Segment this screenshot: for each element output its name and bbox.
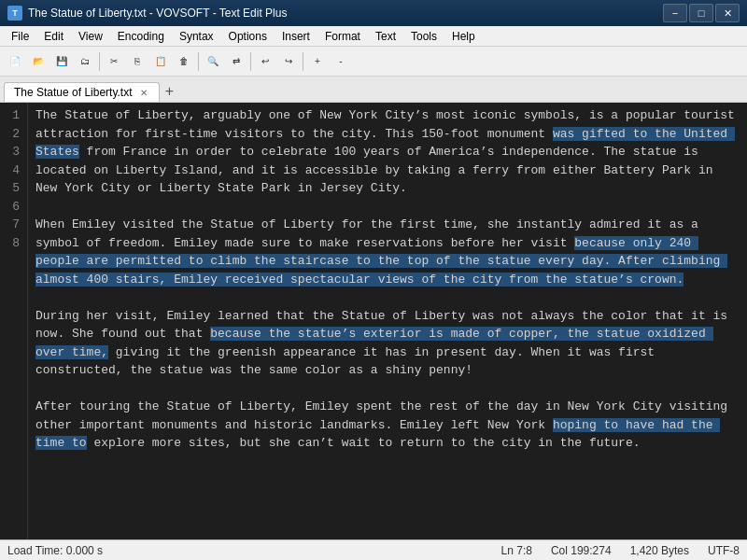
copy-icon[interactable]: ⎘ — [126, 50, 148, 73]
toolbar-separator — [250, 52, 251, 71]
line-number: 5 — [6, 179, 20, 198]
menu-item-encoding[interactable]: Encoding — [110, 28, 172, 45]
save-all-icon[interactable]: 🗂 — [74, 50, 96, 73]
status-right: Ln 7:8 Col 199:274 1,420 Bytes UTF-8 — [501, 544, 740, 557]
menu-item-file[interactable]: File — [4, 28, 36, 45]
menu-item-view[interactable]: View — [71, 28, 110, 45]
editor-container: 12345678 The Statue of Liberty, arguably… — [0, 103, 747, 539]
file-tab[interactable]: The Statue of Liberty.txt ✕ — [4, 82, 160, 102]
zoom-out-icon[interactable]: - — [330, 50, 352, 73]
zoom-in-icon[interactable]: + — [306, 50, 329, 73]
tab-close-button[interactable]: ✕ — [138, 88, 149, 98]
line-number: 4 — [6, 161, 20, 180]
toolbar-separator — [198, 52, 199, 71]
new-file-icon[interactable]: 📄 — [4, 50, 26, 73]
app-icon: T — [7, 6, 22, 21]
new-tab-button[interactable]: + — [160, 81, 180, 102]
encoding: UTF-8 — [708, 544, 740, 557]
tab-bar: The Statue of Liberty.txt ✕ + — [0, 77, 747, 103]
title-bar-controls: − □ ✕ — [663, 4, 740, 22]
find-icon[interactable]: 🔍 — [202, 50, 224, 73]
toolbar-separator — [303, 52, 303, 71]
close-button[interactable]: ✕ — [715, 4, 740, 22]
cut-icon[interactable]: ✂ — [103, 50, 125, 73]
redo-icon[interactable]: ↪ — [277, 50, 300, 73]
save-icon[interactable]: 💾 — [50, 50, 73, 73]
find-replace-icon[interactable]: ⇄ — [225, 50, 247, 73]
delete-icon[interactable]: 🗑 — [173, 50, 195, 73]
title-bar-left: T The Statue of Liberty.txt - VOVSOFT - … — [7, 6, 287, 21]
text-line: When Emiley visited the Statue of Libert… — [35, 216, 740, 288]
line-number: 1 — [6, 106, 20, 125]
line-number: 2 — [6, 125, 20, 144]
normal-text: giving it the greenish appearance it has… — [35, 345, 662, 378]
status-bar: Load Time: 0.000 s Ln 7:8 Col 199:274 1,… — [0, 539, 747, 560]
editor-content[interactable]: The Statue of Liberty, arguably one of N… — [28, 103, 747, 539]
line-number: 7 — [6, 216, 20, 234]
paste-icon[interactable]: 📋 — [149, 50, 172, 73]
menu-item-insert[interactable]: Insert — [275, 28, 317, 45]
line-col: Ln 7:8 — [501, 544, 532, 557]
tab-label: The Statue of Liberty.txt — [14, 86, 133, 99]
line-number: 3 — [6, 143, 20, 161]
menu-bar: FileEditViewEncodingSyntaxOptionsInsertF… — [0, 26, 747, 47]
line-numbers: 12345678 — [0, 103, 28, 539]
minimize-button[interactable]: − — [663, 4, 687, 22]
text-line — [35, 198, 740, 217]
line-number: 6 — [6, 198, 20, 217]
window-title: The Statue of Liberty.txt - VOVSOFT - Te… — [28, 7, 287, 20]
text-line — [35, 453, 740, 471]
file-size: 1,420 Bytes — [630, 544, 689, 557]
normal-text: explore more sites, but she can’t wait t… — [87, 436, 641, 450]
menu-item-edit[interactable]: Edit — [36, 28, 71, 45]
menu-item-options[interactable]: Options — [221, 28, 275, 45]
text-line: The Statue of Liberty, arguably one of N… — [35, 106, 740, 198]
menu-item-help[interactable]: Help — [444, 28, 483, 45]
undo-icon[interactable]: ↩ — [254, 50, 276, 73]
text-line — [35, 380, 740, 399]
title-bar: T The Statue of Liberty.txt - VOVSOFT - … — [0, 0, 747, 26]
menu-item-format[interactable]: Format — [317, 28, 368, 45]
menu-item-text[interactable]: Text — [368, 28, 403, 45]
text-line: During her visit, Emiley learned that th… — [35, 307, 740, 380]
menu-item-tools[interactable]: Tools — [403, 28, 444, 45]
toolbar: 📄📂💾🗂✂⎘📋🗑🔍⇄↩↪+- — [0, 47, 747, 77]
load-time: Load Time: 0.000 s — [7, 544, 103, 557]
menu-item-syntax[interactable]: Syntax — [172, 28, 221, 45]
maximize-button[interactable]: □ — [689, 4, 713, 22]
normal-text: from France in order to celebrate 100 ye… — [35, 145, 720, 195]
toolbar-separator — [99, 52, 100, 71]
line-number: 8 — [6, 234, 20, 253]
open-file-icon[interactable]: 📂 — [27, 50, 49, 73]
col-detail: Col 199:274 — [551, 544, 612, 557]
text-line — [35, 288, 740, 307]
text-line: After touring the Statue of Liberty, Emi… — [35, 398, 740, 453]
